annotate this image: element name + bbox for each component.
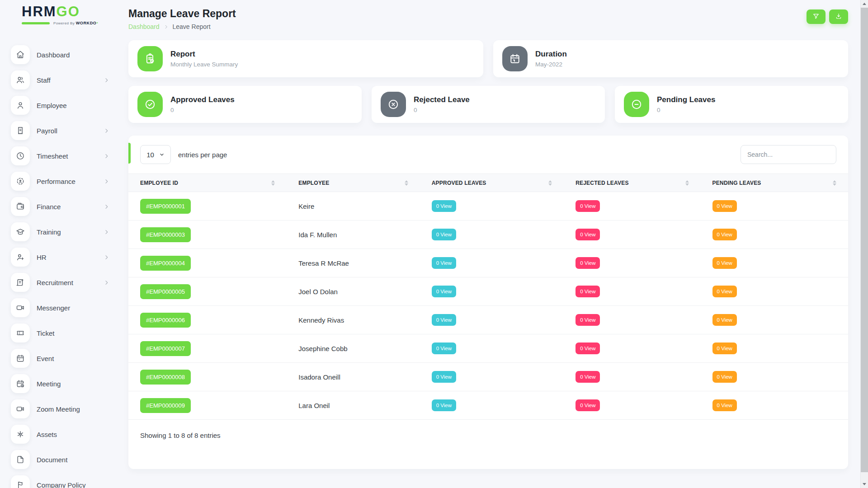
- user-plus-icon: [11, 248, 30, 267]
- sidebar-item-messenger[interactable]: Messenger: [11, 298, 109, 317]
- sidebar-item-timesheet[interactable]: Timesheet: [11, 146, 109, 165]
- sidebar-item-recruitment[interactable]: Recruitment: [11, 273, 109, 292]
- sidebar-item-finance[interactable]: Finance: [11, 197, 109, 216]
- entries-per-page-select[interactable]: 10: [140, 145, 171, 164]
- approved-view-button[interactable]: 0 View: [432, 343, 456, 354]
- sidebar-item-label: Payroll: [37, 127, 57, 135]
- rejected-view-button[interactable]: 0 View: [576, 314, 600, 326]
- chevron-right-icon: [104, 153, 109, 159]
- employee-id-badge[interactable]: #EMP0000008: [140, 370, 191, 385]
- pending-view-button[interactable]: 0 View: [712, 200, 737, 212]
- employee-id-badge[interactable]: #EMP0000001: [140, 199, 191, 214]
- column-header-approved-leaves[interactable]: Approved Leaves: [420, 174, 564, 192]
- sidebar-item-performance[interactable]: Performance: [11, 172, 109, 191]
- approved-view-button[interactable]: 0 View: [432, 286, 456, 297]
- approved-view-button[interactable]: 0 View: [432, 200, 456, 212]
- clock-icon: [11, 146, 30, 165]
- scroll-down-arrow[interactable]: [861, 480, 868, 488]
- rejected-leave-card: Rejected Leave 0: [372, 86, 605, 123]
- employee-name: Teresa R McRae: [298, 259, 349, 267]
- chevron-right-icon: [104, 204, 109, 210]
- sidebar-item-label: Finance: [37, 203, 61, 211]
- pending-view-button[interactable]: 0 View: [712, 229, 737, 240]
- search-input[interactable]: [741, 145, 836, 164]
- rejected-view-button[interactable]: 0 View: [576, 257, 600, 269]
- stat-title: Pending Leaves: [657, 95, 715, 104]
- approved-view-button[interactable]: 0 View: [432, 257, 456, 269]
- rejected-view-button[interactable]: 0 View: [576, 286, 600, 297]
- employee-id-badge[interactable]: #EMP0000009: [140, 398, 191, 413]
- sidebar-item-label: Messenger: [37, 304, 70, 312]
- sidebar-item-employee[interactable]: Employee: [11, 96, 109, 115]
- rejected-view-button[interactable]: 0 View: [576, 371, 600, 383]
- sidebar-item-ticket[interactable]: Ticket: [11, 324, 109, 343]
- chevron-right-icon: [104, 128, 109, 134]
- chevron-right-icon: [104, 229, 109, 235]
- table-entries-summary: Showing 1 to 8 of 8 entries: [128, 420, 848, 439]
- approved-view-button[interactable]: 0 View: [432, 229, 456, 240]
- column-header-employee[interactable]: Employee: [287, 174, 420, 192]
- graduation-cap-icon: [11, 222, 30, 241]
- sidebar-item-label: Staff: [37, 76, 51, 84]
- approved-view-button[interactable]: 0 View: [432, 314, 456, 326]
- table-row: #EMP0000008 Isadora Oneill 0 View 0 View…: [128, 363, 848, 391]
- column-header-rejected-leaves[interactable]: Rejected Leaves: [564, 174, 700, 192]
- sidebar-item-company-policy[interactable]: Company Policy: [11, 475, 109, 488]
- minus-circle-icon: [624, 92, 649, 117]
- vertical-scrollbar[interactable]: [860, 0, 868, 488]
- sidebar-item-label: Timesheet: [37, 152, 68, 160]
- brand-logo[interactable]: HRMGO Powered By WORKDO*: [22, 5, 99, 25]
- stat-title: Rejected Leave: [414, 95, 470, 104]
- table-row: #EMP0000003 Ida F. Mullen 0 View 0 View …: [128, 221, 848, 249]
- sidebar-item-staff[interactable]: Staff: [11, 70, 109, 89]
- employee-name: Isadora Oneill: [298, 373, 340, 381]
- employee-id-badge[interactable]: #EMP0000007: [140, 341, 191, 356]
- sidebar-item-event[interactable]: Event: [11, 349, 109, 368]
- employee-id-badge[interactable]: #EMP0000005: [140, 284, 191, 299]
- sidebar-item-label: Company Policy: [37, 481, 85, 488]
- column-header-pending-leaves[interactable]: Pending Leaves: [701, 174, 848, 192]
- sidebar-item-label: Performance: [37, 178, 75, 185]
- sidebar-item-meeting[interactable]: Meeting: [11, 374, 109, 393]
- breadcrumb: Dashboard Leave Report: [128, 23, 848, 30]
- pending-view-button[interactable]: 0 View: [712, 343, 737, 354]
- approved-view-button[interactable]: 0 View: [432, 399, 456, 411]
- sidebar: HRMGO Powered By WORKDO* Dashboard Staff…: [0, 0, 128, 488]
- rejected-view-button[interactable]: 0 View: [576, 200, 600, 212]
- employee-id-badge[interactable]: #EMP0000003: [140, 227, 191, 242]
- sidebar-item-payroll[interactable]: Payroll: [11, 121, 109, 140]
- employee-name: Keire: [298, 202, 314, 210]
- pending-view-button[interactable]: 0 View: [712, 399, 737, 411]
- pending-view-button[interactable]: 0 View: [712, 286, 737, 297]
- download-button[interactable]: [829, 9, 848, 24]
- employee-id-badge[interactable]: #EMP0000004: [140, 256, 191, 271]
- rejected-view-button[interactable]: 0 View: [576, 229, 600, 240]
- rejected-view-button[interactable]: 0 View: [576, 399, 600, 411]
- home-icon: [11, 45, 30, 64]
- filter-button[interactable]: [807, 9, 826, 24]
- pending-view-button[interactable]: 0 View: [712, 314, 737, 326]
- employee-id-badge[interactable]: #EMP0000006: [140, 313, 191, 328]
- pending-view-button[interactable]: 0 View: [712, 257, 737, 269]
- column-header-employee-id[interactable]: Employee ID: [128, 174, 287, 192]
- approved-view-button[interactable]: 0 View: [432, 371, 456, 383]
- scroll-up-arrow[interactable]: [861, 0, 868, 8]
- sidebar-item-zoom-meeting[interactable]: Zoom Meeting: [11, 399, 109, 418]
- sidebar-item-training[interactable]: Training: [11, 222, 109, 241]
- rejected-view-button[interactable]: 0 View: [576, 343, 600, 354]
- pending-view-button[interactable]: 0 View: [712, 371, 737, 383]
- sort-icon: [833, 180, 836, 186]
- sidebar-item-dashboard[interactable]: Dashboard: [11, 45, 109, 64]
- sidebar-item-document[interactable]: Document: [11, 450, 109, 469]
- scrollbar-thumb[interactable]: [861, 8, 868, 472]
- sidebar-item-hr[interactable]: HR: [11, 248, 109, 267]
- table-row: #EMP0000006 Kennedy Rivas 0 View 0 View …: [128, 306, 848, 334]
- sort-icon: [271, 180, 275, 186]
- breadcrumb-current: Leave Report: [173, 23, 211, 30]
- breadcrumb-dashboard-link[interactable]: Dashboard: [128, 23, 160, 30]
- page-header: Manage Leave Report Dashboard Leave Repo…: [128, 0, 848, 40]
- scroll-icon: [11, 273, 30, 292]
- sidebar-item-label: Employee: [37, 102, 67, 109]
- sidebar-item-assets[interactable]: Assets: [11, 425, 109, 444]
- clipboard-clock-icon: [137, 46, 163, 71]
